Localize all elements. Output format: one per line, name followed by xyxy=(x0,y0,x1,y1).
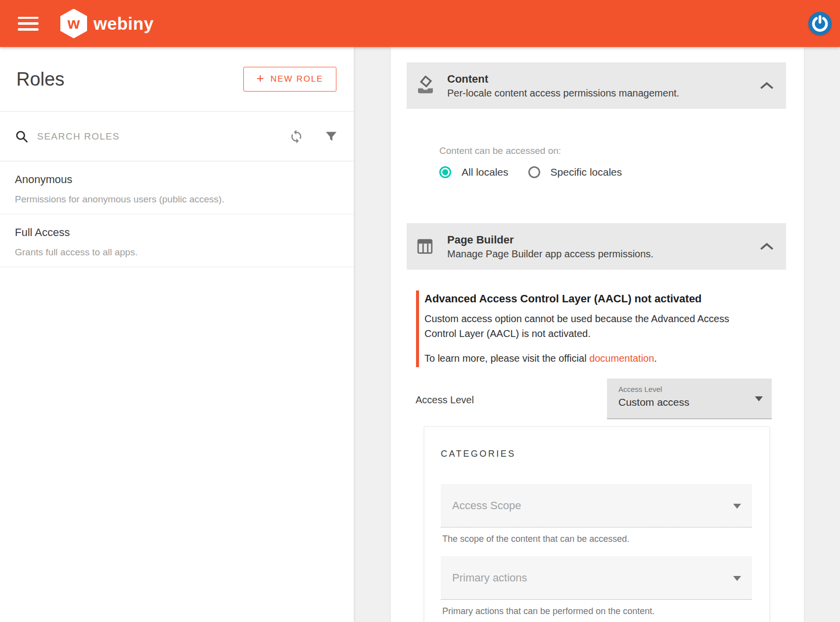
access-scope-helper: The scope of the content that can be acc… xyxy=(441,534,752,544)
primary-actions-helper: Primary actions that can be performed on… xyxy=(441,606,752,617)
gravatar-icon xyxy=(808,12,832,35)
content-section-title: Content xyxy=(447,73,759,86)
access-level-field-label: Access Level xyxy=(618,385,772,393)
dropdown-arrow-icon xyxy=(733,576,741,581)
access-scope-select[interactable]: Access Scope xyxy=(441,484,752,527)
documentation-link[interactable]: documentation xyxy=(589,353,654,364)
radio-specific-locales-label[interactable]: Specific locales xyxy=(551,166,622,178)
radio-specific-locales[interactable] xyxy=(528,166,540,178)
new-role-button-label: NEW ROLE xyxy=(271,74,324,84)
role-description: Permissions for anonymous users (public … xyxy=(15,194,339,205)
content-section-subtitle: Per-locale content access permissions ma… xyxy=(447,88,759,99)
logo-wordmark: webiny xyxy=(93,14,154,34)
search-icon xyxy=(15,130,29,144)
role-name: Anonymous xyxy=(15,173,339,186)
access-scope-placeholder: Access Scope xyxy=(452,499,752,512)
content-locales-block: Content can be accessed on: All locales … xyxy=(407,109,786,223)
accordion-header-content[interactable]: Content Per-locale content access permis… xyxy=(407,62,786,109)
aacl-warning-link-line: To learn more, please visit the official… xyxy=(424,353,786,364)
search-bar xyxy=(0,112,354,161)
webiny-hexagon-icon: w xyxy=(60,9,87,39)
logo-letter: w xyxy=(68,14,80,33)
filter-icon[interactable] xyxy=(325,130,338,143)
permissions-panel: Content Per-locale content access permis… xyxy=(391,47,804,622)
access-level-row: Access Level Access Level Custom access xyxy=(407,379,786,419)
app-bar: w webiny xyxy=(0,0,840,47)
role-list-item-anonymous[interactable]: Anonymous Permissions for anonymous user… xyxy=(0,161,354,214)
chevron-up-icon[interactable] xyxy=(759,241,774,251)
primary-actions-placeholder: Primary actions xyxy=(452,572,752,584)
categories-heading: CATEGORIES xyxy=(441,449,752,459)
primary-actions-select[interactable]: Primary actions xyxy=(441,556,752,600)
aacl-warning-title: Advanced Access Control Layer (AACL) not… xyxy=(424,292,786,305)
access-level-select[interactable]: Access Level Custom access xyxy=(607,379,772,419)
webiny-logo[interactable]: w webiny xyxy=(60,9,154,39)
page-builder-table-icon xyxy=(415,237,435,256)
roles-list-panel: Roles + NEW ROLE Anonymous xyxy=(0,47,354,622)
role-description: Grants full access to all apps. xyxy=(15,247,339,258)
dropdown-arrow-icon xyxy=(733,504,741,509)
roles-header: Roles + NEW ROLE xyxy=(0,47,354,112)
role-list-item-full-access[interactable]: Full Access Grants full access to all ap… xyxy=(0,214,354,267)
accordion-header-page-builder[interactable]: Page Builder Manage Page Builder app acc… xyxy=(407,223,786,270)
page-builder-section-subtitle: Manage Page Builder app access permissio… xyxy=(447,248,759,260)
access-level-value: Custom access xyxy=(618,396,772,408)
aacl-warning-body: Custom access option cannot be used beca… xyxy=(424,311,748,341)
link-prefix: To learn more, please visit the official xyxy=(424,353,589,364)
role-name: Full Access xyxy=(15,226,339,239)
link-suffix: . xyxy=(654,353,657,364)
refresh-icon[interactable] xyxy=(289,129,304,144)
search-input[interactable] xyxy=(37,131,283,142)
radio-all-locales-label[interactable]: All locales xyxy=(462,166,509,178)
radio-all-locales[interactable] xyxy=(439,166,451,178)
access-level-label: Access Level xyxy=(416,394,474,406)
chevron-up-icon[interactable] xyxy=(759,81,774,91)
aacl-warning: Advanced Access Control Layer (AACL) not… xyxy=(416,290,786,367)
plus-icon: + xyxy=(257,71,264,86)
page-builder-section-title: Page Builder xyxy=(447,234,759,246)
page-title: Roles xyxy=(16,69,64,90)
categories-card: CATEGORIES Access Scope The scope of the… xyxy=(424,427,770,622)
locales-question: Content can be accessed on: xyxy=(439,145,786,156)
user-avatar[interactable] xyxy=(808,12,832,35)
dropdown-arrow-icon xyxy=(755,396,763,401)
hamburger-menu-icon[interactable] xyxy=(18,17,39,31)
content-vote-icon xyxy=(415,76,435,96)
new-role-button[interactable]: + NEW ROLE xyxy=(243,67,336,92)
